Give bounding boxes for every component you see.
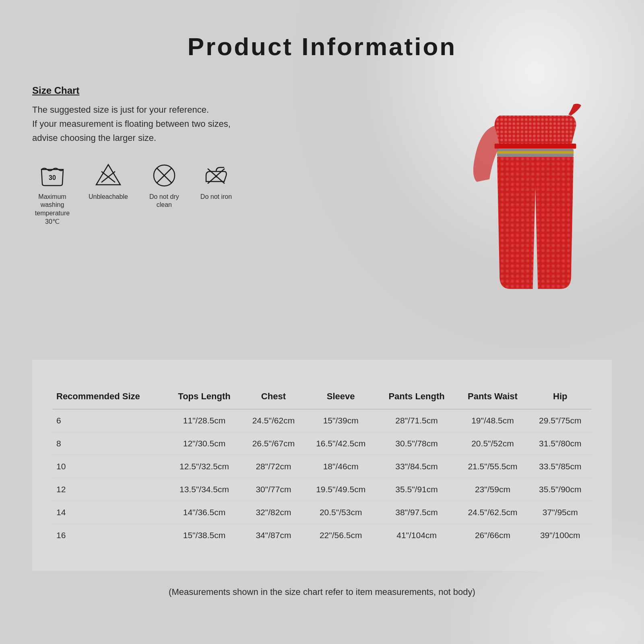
cell-r1-c1: 12"/30.5cm [167, 432, 242, 455]
care-icons-row: 30 Maximum washingtemperature 30℃ Unblea… [32, 161, 443, 226]
cell-r5-c6: 39"/100cm [529, 524, 592, 547]
col-header-tops-length: Tops Length [167, 384, 242, 409]
page-title: Product Information [32, 32, 612, 61]
cell-r5-c3: 22"/56.5cm [305, 524, 377, 547]
cell-r3-c5: 23"/59cm [456, 478, 528, 501]
cell-r0-c2: 24.5"/62cm [242, 409, 305, 432]
size-chart-description: The suggested size is just for your refe… [32, 103, 443, 145]
cell-r4-c0: 14 [52, 501, 167, 524]
care-wash-label: Maximum washingtemperature 30℃ [32, 193, 72, 226]
cell-r0-c0: 6 [52, 409, 167, 432]
col-header-size: Recommended Size [52, 384, 167, 409]
cell-r5-c1: 15"/38.5cm [167, 524, 242, 547]
no-bleach-icon [94, 161, 122, 190]
table-row: 812"/30.5cm26.5"/67cm16.5"/42.5cm30.5"/7… [52, 432, 592, 455]
svg-rect-9 [495, 144, 576, 149]
product-image-area [459, 85, 612, 340]
cell-r3-c3: 19.5"/49.5cm [305, 478, 377, 501]
care-no-iron-label: Do not iron [200, 193, 232, 201]
cell-r2-c2: 28"/72cm [242, 455, 305, 478]
cell-r5-c5: 26"/66cm [456, 524, 528, 547]
cell-r2-c4: 33"/84.5cm [377, 455, 457, 478]
cell-r3-c0: 12 [52, 478, 167, 501]
cell-r4-c6: 37"/95cm [529, 501, 592, 524]
svg-rect-11 [497, 151, 574, 154]
table-row: 1012.5"/32.5cm28"/72cm18"/46cm33"/84.5cm… [52, 455, 592, 478]
cell-r4-c1: 14"/36.5cm [167, 501, 242, 524]
cell-r1-c0: 8 [52, 432, 167, 455]
size-chart-label: Size Chart [32, 85, 443, 96]
no-dry-clean-icon [150, 161, 178, 190]
size-chart-table: Recommended Size Tops Length Chest Sleev… [52, 384, 592, 547]
cell-r0-c4: 28"/71.5cm [377, 409, 457, 432]
cell-r3-c4: 35.5"/91cm [377, 478, 457, 501]
cell-r5-c2: 34"/87cm [242, 524, 305, 547]
footer-note: (Measurements shown in the size chart re… [32, 587, 612, 597]
col-header-pants-length: Pants Length [377, 384, 457, 409]
care-item-no-bleach: Unbleachable [89, 161, 128, 201]
care-item-no-iron: Do not iron [200, 161, 232, 201]
care-item-wash: 30 Maximum washingtemperature 30℃ [32, 161, 72, 226]
col-header-pants-waist: Pants Waist [456, 384, 528, 409]
cell-r2-c3: 18"/46cm [305, 455, 377, 478]
cell-r1-c3: 16.5"/42.5cm [305, 432, 377, 455]
table-row: 1414"/36.5cm32"/82cm20.5"/53cm38"/97.5cm… [52, 501, 592, 524]
cell-r1-c6: 31.5"/80cm [529, 432, 592, 455]
cell-r2-c0: 10 [52, 455, 167, 478]
table-row: 611"/28.5cm24.5"/62cm15"/39cm28"/71.5cm1… [52, 409, 592, 432]
cell-r3-c1: 13.5"/34.5cm [167, 478, 242, 501]
table-row: 1213.5"/34.5cm30"/77cm19.5"/49.5cm35.5"/… [52, 478, 592, 501]
cell-r0-c6: 29.5"/75cm [529, 409, 592, 432]
wash-icon: 30 [38, 161, 66, 190]
care-item-no-dry-clean: Do not dry clean [144, 161, 184, 210]
col-header-chest: Chest [242, 384, 305, 409]
cell-r3-c6: 35.5"/90cm [529, 478, 592, 501]
cell-r4-c3: 20.5"/53cm [305, 501, 377, 524]
cell-r1-c4: 30.5"/78cm [377, 432, 457, 455]
no-iron-icon [202, 161, 230, 190]
table-row: 1615"/38.5cm34"/87cm22"/56.5cm41"/104cm2… [52, 524, 592, 547]
cell-r4-c5: 24.5"/62.5cm [456, 501, 528, 524]
table-body: 611"/28.5cm24.5"/62cm15"/39cm28"/71.5cm1… [52, 409, 592, 547]
care-no-bleach-label: Unbleachable [89, 193, 128, 201]
cell-r4-c4: 38"/97.5cm [377, 501, 457, 524]
table-header-row: Recommended Size Tops Length Chest Sleev… [52, 384, 592, 409]
cell-r5-c4: 41"/104cm [377, 524, 457, 547]
care-no-dry-clean-label: Do not dry clean [144, 193, 184, 210]
product-outfit-image [459, 85, 612, 340]
cell-r4-c2: 32"/82cm [242, 501, 305, 524]
col-header-sleeve: Sleeve [305, 384, 377, 409]
cell-r2-c5: 21.5"/55.5cm [456, 455, 528, 478]
cell-r5-c0: 16 [52, 524, 167, 547]
cell-r0-c3: 15"/39cm [305, 409, 377, 432]
cell-r2-c1: 12.5"/32.5cm [167, 455, 242, 478]
cell-r2-c6: 33.5"/85cm [529, 455, 592, 478]
cell-r0-c1: 11"/28.5cm [167, 409, 242, 432]
svg-text:30: 30 [49, 174, 56, 181]
cell-r1-c5: 20.5"/52cm [456, 432, 528, 455]
col-header-hip: Hip [529, 384, 592, 409]
left-info-section: Size Chart The suggested size is just fo… [32, 85, 459, 226]
cell-r0-c5: 19"/48.5cm [456, 409, 528, 432]
cell-r1-c2: 26.5"/67cm [242, 432, 305, 455]
size-chart-table-container: Recommended Size Tops Length Chest Sleev… [32, 360, 612, 571]
cell-r3-c2: 30"/77cm [242, 478, 305, 501]
